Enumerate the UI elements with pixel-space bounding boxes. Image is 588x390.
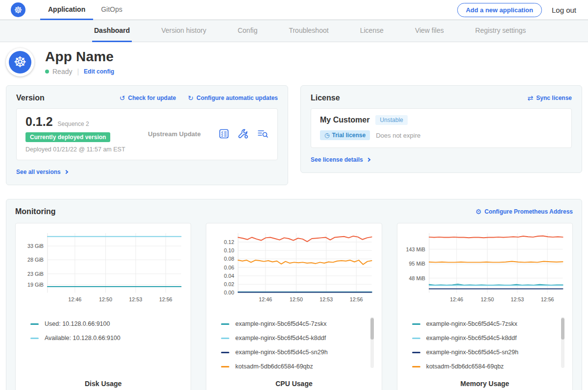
svg-text:95 MiB: 95 MiB [409,261,425,267]
license-panel: My Customer Unstable ◷ Trial license Doe… [311,108,572,148]
svg-text:19 GiB: 19 GiB [27,282,44,288]
version-card: Version ↺ Check for update ↻ Configure a… [6,85,288,185]
disk-usage-card: 33 GiB28 GiB23 GiB19 GiB12:4612:5012:531… [15,223,191,390]
cpu-usage-legend: example-nginx-5bc6f5d4c5-7zskxexample-ng… [210,314,377,374]
tab-view-files[interactable]: View files [413,20,446,42]
customer-name: My Customer [320,116,369,124]
page-title: App Name [45,49,114,65]
svg-text:0.04: 0.04 [224,273,234,279]
scrollbar-thumb[interactable] [370,318,374,340]
legend-item: example-nginx-5bc6f5d4c5-7zskx [221,317,368,331]
svg-text:48 MiB: 48 MiB [409,275,425,281]
version-card-title: Version [16,94,45,102]
svg-text:23 GiB: 23 GiB [27,271,44,277]
license-expiry: Does not expire [376,132,420,139]
legend-label: example-nginx-5bc6f5d4c5-sn29h [426,349,518,356]
see-all-versions-link[interactable]: See all versions [16,169,68,175]
svg-text:12:53: 12:53 [511,296,524,302]
cpu-usage-card: 0.120.100.080.060.040.020.0012:4612:5012… [206,223,382,390]
svg-text:0.12: 0.12 [224,239,234,245]
refresh-icon: ↺ [120,94,125,102]
legend-swatch [412,366,420,367]
configure-automatic-updates-link[interactable]: ↻ Configure automatic updates [188,94,278,102]
app-header: ☸ App Name Ready | Edit config [0,42,588,83]
legend-swatch [221,366,229,367]
tab-license[interactable]: License [358,20,386,42]
chart-title-memory: Memory Usage [401,374,568,388]
wrench-gear-icon[interactable] [237,128,249,139]
legend-item: example-nginx-5bc6f5d4c5-sn29h [412,345,560,360]
svg-text:12:56: 12:56 [159,296,172,302]
svg-text:0.02: 0.02 [224,281,234,287]
current-version-panel: 0.1.2 Sequence 2 Currently deployed vers… [16,108,278,160]
legend-label: example-nginx-5bc6f5d4c5-7zskx [426,320,517,327]
sync-icon: ⇄ [528,94,534,102]
memory-usage-chart: 143 MiB95 MiB48 MiB12:4612:5012:5312:56 [401,229,568,314]
tab-troubleshoot[interactable]: Troubleshoot [287,20,330,42]
edit-config-link[interactable]: Edit config [84,68,114,75]
license-card-title: License [311,94,340,102]
svg-text:12:56: 12:56 [350,296,363,302]
version-source: Upstream Update [148,130,219,138]
chart-title-cpu: CPU Usage [210,374,377,388]
app-logo: ☸ [6,48,34,76]
svg-text:12:46: 12:46 [68,296,81,302]
svg-text:0.08: 0.08 [224,256,234,262]
legend-swatch [221,323,229,325]
tab-dashboard[interactable]: Dashboard [92,20,132,42]
tab-registry-settings[interactable]: Registry settings [473,20,528,42]
sync-license-link[interactable]: ⇄ Sync license [528,94,572,102]
deployed-badge: Currently deployed version [25,132,110,142]
chart-title-disk: Disk Usage [20,374,187,388]
cpu-usage-chart: 0.120.100.080.060.040.020.0012:4612:5012… [210,229,377,314]
tab-config[interactable]: Config [236,20,259,42]
license-card: License ⇄ Sync license My Customer Unsta… [300,85,582,173]
topnav-tab-application[interactable]: Application [40,0,93,20]
status-dot [45,70,49,73]
monitoring-section: Monitoring ⚙ Configure Prometheus Addres… [6,199,582,390]
legend-scrollbar[interactable] [561,317,564,368]
legend-item: example-nginx-5bc6f5d4c5-sn29h [221,345,368,360]
see-license-details-link[interactable]: See license details [311,156,370,163]
legend-label: example-nginx-5bc6f5d4c5-sn29h [235,349,327,356]
legend-item: example-nginx-5bc6f5d4c5-k8ddf [221,331,368,345]
legend-swatch [30,323,39,325]
view-files-diff-icon[interactable] [257,128,269,139]
version-number: 0.1.2 [25,115,53,129]
svg-text:0.06: 0.06 [224,265,234,270]
legend-swatch [30,338,39,339]
brand-logo: ☸ [11,0,25,20]
chevron-right-icon [366,158,370,162]
logout-button[interactable]: Log out [552,6,576,14]
configure-prometheus-link[interactable]: ⚙ Configure Prometheus Address [475,208,573,216]
chevron-right-icon [64,170,68,174]
add-application-button[interactable]: Add a new application [457,3,542,17]
preflight-checks-icon[interactable] [219,128,229,139]
legend-item: example-nginx-5bc6f5d4c5-7zskx [412,317,560,331]
svg-text:0.10: 0.10 [224,247,234,253]
memory-usage-card: 143 MiB95 MiB48 MiB12:4612:5012:5312:56 … [397,223,573,390]
tab-version-history[interactable]: Version history [159,20,208,42]
trial-license-badge: ◷ Trial license [320,130,370,140]
legend-swatch [412,352,420,353]
kubernetes-app-icon: ☸ [9,51,31,73]
svg-text:12:56: 12:56 [540,296,554,302]
svg-text:12:53: 12:53 [129,296,142,302]
legend-label: Used: 10.128.0.66:9100 [45,320,110,327]
topnav-tab-gitops[interactable]: GitOps [93,0,130,20]
svg-text:28 GiB: 28 GiB [27,257,44,263]
gear-icon: ⚙ [475,208,482,216]
legend-swatch [221,338,229,339]
legend-item: kotsadm-5db6dc6584-69qbz [412,360,560,374]
legend-swatch [412,323,420,325]
check-for-update-link[interactable]: ↺ Check for update [120,94,176,102]
svg-text:12:50: 12:50 [290,296,303,302]
legend-label: example-nginx-5bc6f5d4c5-7zskx [235,320,326,327]
scrollbar-thumb[interactable] [561,318,564,340]
top-nav: ☸ Application GitOps Add a new applicati… [0,0,588,20]
memory-usage-legend: example-nginx-5bc6f5d4c5-7zskxexample-ng… [401,314,568,374]
clock-icon: ◷ [324,132,329,139]
legend-item: kotsadm-5db6dc6584-69qbz [221,360,368,374]
legend-scrollbar[interactable] [370,317,374,368]
legend-label: Available: 10.128.0.66:9100 [45,335,121,341]
